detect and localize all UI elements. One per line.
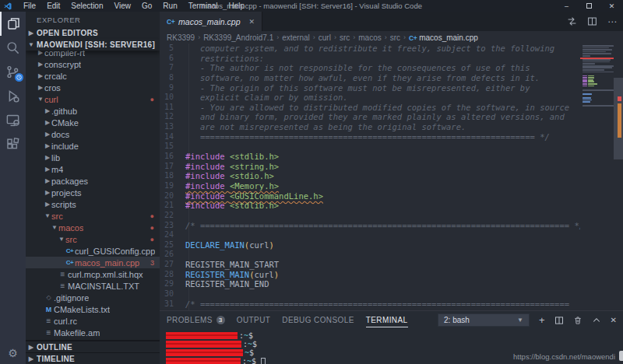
tree-item-src[interactable]: ▼src●: [26, 210, 160, 222]
breadcrumb-separator-icon: ›: [313, 33, 315, 41]
line-number: 18: [160, 171, 178, 181]
breadcrumb-item-1[interactable]: RK3399_Android7.1: [203, 33, 273, 42]
line-number: 16: [160, 152, 178, 162]
tree-item-compiler-rt[interactable]: ▶compiler-rt: [26, 51, 160, 58]
workspace-section[interactable]: ▼ MAOWENDI [SSH: SERVER16]: [26, 39, 160, 51]
breadcrumb-item-2[interactable]: external: [282, 33, 310, 42]
menu-run[interactable]: Run: [157, 2, 182, 10]
new-terminal-icon[interactable]: +: [539, 314, 545, 326]
line-number: 29: [160, 279, 178, 289]
open-editors-section[interactable]: ▶ OPEN EDITORS: [26, 27, 160, 39]
kill-terminal-trash-icon[interactable]: [573, 316, 583, 325]
terminal-shell-select[interactable]: 2: bash ▼: [438, 313, 530, 327]
chevron-right-icon: ▶: [26, 344, 37, 351]
activity-run-debug-button[interactable]: [0, 84, 26, 108]
explorer-title: EXPLORER: [26, 12, 160, 27]
panel-tab-problems[interactable]: PROBLEMS3: [167, 311, 225, 329]
code-line-19: 19#include <Memory.h>: [160, 181, 580, 191]
code-text: #include <GUSICommandLine.h>: [178, 191, 323, 201]
activity-remote-explorer-button[interactable]: [0, 108, 26, 132]
manage-gear-icon[interactable]: ⚙: [0, 347, 26, 359]
modified-dot: ●: [150, 212, 154, 220]
menu-edit[interactable]: Edit: [41, 2, 65, 10]
tree-item-projects[interactable]: ▶projects: [26, 187, 160, 198]
tree-item-src[interactable]: ▼src●: [26, 233, 160, 245]
minimap[interactable]: [580, 44, 614, 310]
tree-item-curl-gusiconfig-cpp[interactable]: C+curl_GUSIConfig.cpp: [26, 245, 160, 257]
tree-item--github[interactable]: ▶.github: [26, 105, 160, 117]
panel-tab-terminal[interactable]: TERMINAL: [366, 311, 408, 329]
breadcrumb-item-4[interactable]: src: [340, 33, 350, 42]
tree-item-macinstall-txt[interactable]: ≡MACINSTALL.TXT: [26, 280, 160, 292]
close-panel-icon[interactable]: ✕: [611, 316, 617, 324]
tab-close-icon[interactable]: ✕: [248, 18, 255, 26]
tree-item-macos-main-cpp[interactable]: C+macos_main.cpp3: [26, 257, 160, 268]
tree-item-packages[interactable]: ▶packages: [26, 175, 160, 187]
chevron-down-icon: ▼: [44, 212, 51, 219]
split-editor-icon[interactable]: [587, 16, 597, 26]
breadcrumb-item-5[interactable]: macos: [358, 33, 381, 42]
more-actions-icon[interactable]: ⋯: [607, 16, 617, 27]
tree-item-label: lib: [51, 153, 60, 163]
breadcrumb-separator-icon: ›: [353, 33, 355, 41]
tree-item-makefile-am[interactable]: ≡Makefile.am: [26, 327, 160, 338]
code-text: [178, 230, 185, 240]
activity-search-button[interactable]: [0, 36, 26, 60]
breadcrumb-item-0[interactable]: RK3399: [167, 33, 195, 42]
code-text: restrictions:: [178, 54, 264, 64]
activity-source-control-button[interactable]: [0, 60, 26, 84]
tree-item-label: macos_main.cpp: [75, 258, 139, 268]
tree-item-m4[interactable]: ▶m4: [26, 163, 160, 175]
tree-item-include[interactable]: ▶include: [26, 140, 160, 152]
breadcrumb-item-7[interactable]: C+macos_main.cpp: [409, 33, 478, 42]
gitignore-icon: ◇: [44, 294, 54, 301]
menu-selection[interactable]: Selection: [65, 2, 108, 10]
terminal-cursor: [261, 358, 266, 364]
tree-item-lib[interactable]: ▶lib: [26, 152, 160, 163]
close-button[interactable]: ✕: [600, 0, 623, 12]
code-line-23: 23/* ===================================…: [160, 221, 580, 231]
tree-item-curl-rc[interactable]: ≡curl.rc: [26, 315, 160, 327]
menu-view[interactable]: View: [109, 2, 137, 10]
menu-go[interactable]: Go: [136, 2, 157, 10]
vertical-scrollbar[interactable]: [614, 44, 623, 310]
chevron-down-icon: ▼: [58, 236, 65, 243]
breadcrumb-separator-icon: ›: [403, 33, 406, 41]
code-text: #include <Memory.h>: [178, 181, 279, 191]
minimize-button[interactable]: –: [555, 0, 578, 12]
tree-item-macos[interactable]: ▼macos●: [26, 222, 160, 233]
tree-item-label: CMake: [51, 118, 79, 128]
code-text: software, no matter how awful, even if t…: [178, 73, 540, 83]
tree-item-crcalc[interactable]: ▶crcalc: [26, 70, 160, 82]
tree-item-cros[interactable]: ▶cros: [26, 82, 160, 93]
breadcrumb-item-3[interactable]: curl: [319, 33, 331, 42]
chevron-down-icon: ▼: [37, 96, 44, 103]
tree-item-cmakelists-txt[interactable]: MCMakeLists.txt: [26, 303, 160, 315]
maximize-button[interactable]: [578, 0, 600, 12]
tree-item-docs[interactable]: ▶docs: [26, 128, 160, 140]
timeline-section[interactable]: ▶ TIMELINE: [26, 352, 160, 364]
tree-item-conscrypt[interactable]: ▶conscrypt: [26, 58, 160, 70]
maximize-panel-icon[interactable]: [592, 316, 601, 325]
code-line-9: 9 - The origin of this software must not…: [160, 83, 580, 93]
tree-item-curl[interactable]: ▼curl●: [26, 93, 160, 105]
activity-extensions-button[interactable]: [0, 132, 26, 156]
chevron-right-icon: ▶: [44, 107, 51, 114]
tree-item-scripts[interactable]: ▶scripts: [26, 198, 160, 210]
code-line-6: 6 restrictions:: [160, 54, 580, 64]
breadcrumb-item-6[interactable]: src: [390, 33, 400, 42]
panel-tab-output[interactable]: OUTPUT: [237, 311, 271, 329]
open-changes-icon[interactable]: [567, 16, 577, 26]
split-terminal-icon[interactable]: [554, 316, 564, 325]
tab-macos-main-cpp[interactable]: C+ macos_main.cpp ✕: [160, 12, 262, 31]
tree-item-curl-mcp-xml-sit-hqx[interactable]: ≡curl.mcp.xml.sit.hqx: [26, 268, 160, 280]
panel-tab-debug-console[interactable]: DEBUG CONSOLE: [282, 311, 354, 329]
outline-section[interactable]: ▶ OUTLINE: [26, 341, 160, 352]
tree-item--gitignore[interactable]: ◇.gitignore: [26, 292, 160, 303]
activity-explorer-button[interactable]: [0, 12, 26, 36]
terminal-line-2: :~$: [166, 340, 623, 348]
problems-count-badge: 3: [150, 259, 154, 267]
tree-item-cmake[interactable]: ▶CMake: [26, 117, 160, 128]
menu-file[interactable]: File: [18, 2, 41, 10]
panel-tab-label: DEBUG CONSOLE: [282, 316, 354, 324]
